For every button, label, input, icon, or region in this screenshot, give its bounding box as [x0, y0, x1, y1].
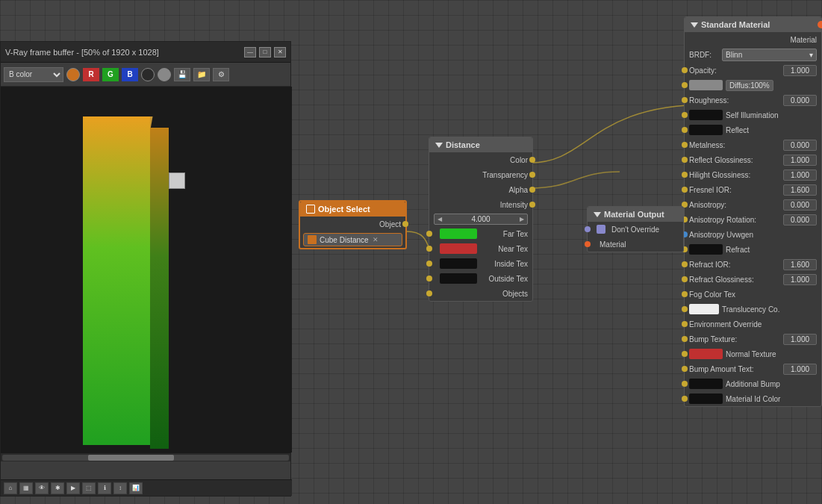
reflect-swatch[interactable] [689, 125, 723, 135]
frame-icon[interactable]: ⬚ [82, 482, 96, 494]
metalness-socket[interactable] [682, 142, 688, 148]
outside-tex-socket[interactable] [426, 276, 432, 281]
eye-icon[interactable]: 👁 [35, 482, 49, 494]
anisotropy-value[interactable]: 0.000 [783, 199, 817, 211]
info-icon[interactable]: ℹ [98, 482, 111, 494]
metalness-value[interactable]: 0.000 [783, 140, 817, 151]
anisotropy-rot-value[interactable]: 0.000 [783, 214, 817, 225]
translucency-swatch[interactable] [689, 304, 719, 314]
objects-socket[interactable] [426, 290, 432, 296]
b-button[interactable]: B [122, 68, 138, 81]
g-button[interactable]: G [102, 68, 119, 81]
cube-distance-label: Cube Distance [320, 236, 369, 244]
bump-texture-socket[interactable] [682, 336, 688, 342]
additional-bump-socket[interactable] [682, 381, 688, 387]
material-output-material-socket[interactable] [585, 241, 591, 247]
fog-color-socket[interactable] [682, 291, 688, 297]
settings-icon[interactable]: ⚙ [213, 68, 229, 81]
bump-amount-value[interactable]: 1.000 [783, 364, 817, 375]
home-icon[interactable]: ⌂ [4, 482, 17, 494]
refract-ior-socket[interactable] [682, 261, 688, 267]
reflect-socket[interactable] [682, 127, 688, 133]
object-socket-right[interactable] [402, 221, 408, 227]
near-tex-socket[interactable] [426, 246, 432, 252]
object-select-object-row: Object [300, 217, 405, 231]
anisotropy-uvwgen-label: Anisotropy Uvwgen [689, 231, 817, 239]
outside-tex-color[interactable] [440, 273, 477, 284]
minimize-button[interactable]: — [244, 47, 256, 57]
standard-material-panel: Standard Material Material BRDF: Blinn ▾… [684, 16, 822, 407]
material-output-header: Material Output [588, 207, 683, 222]
refract-swatch[interactable] [689, 244, 723, 255]
folder-icon[interactable]: 📁 [193, 68, 210, 81]
normal-texture-socket[interactable] [682, 351, 688, 357]
hilight-gloss-socket[interactable] [682, 172, 688, 178]
scroll-thumb[interactable] [88, 455, 174, 461]
inside-tex-color[interactable] [440, 258, 477, 269]
cube-distance-icon [308, 235, 317, 244]
dont-override-socket[interactable] [585, 226, 591, 232]
translucency-socket[interactable] [682, 306, 688, 312]
diffus-label[interactable]: Diffus:100% [726, 80, 773, 91]
channel-select[interactable]: B color [4, 67, 63, 82]
far-tex-color[interactable] [440, 228, 477, 239]
tool-icon[interactable]: ✱ [51, 482, 64, 494]
orange-circle-icon[interactable] [66, 68, 80, 81]
distance-color-socket[interactable] [529, 157, 535, 163]
chip-close-button[interactable]: ✕ [372, 236, 379, 243]
normal-texture-swatch[interactable] [689, 349, 723, 359]
grid-icon[interactable]: ▦ [19, 482, 33, 494]
bump-amount-socket[interactable] [682, 366, 688, 372]
close-button[interactable]: ✕ [274, 47, 286, 57]
inside-tex-socket[interactable] [426, 261, 432, 267]
material-panel-title: Standard Material [701, 20, 770, 29]
opacity-socket[interactable] [682, 67, 688, 73]
scroll-track[interactable] [2, 455, 289, 461]
distance-intensity-socket[interactable] [529, 202, 535, 208]
refract-gloss-value[interactable]: 1.000 [783, 274, 817, 285]
graph-icon[interactable]: 📊 [129, 482, 143, 494]
gray-circle-icon[interactable] [158, 68, 171, 81]
render-icon[interactable]: ▶ [66, 482, 80, 494]
vray-scrollbar[interactable] [1, 452, 290, 461]
save-icon[interactable]: 💾 [174, 68, 190, 81]
distance-transparency-socket[interactable] [529, 172, 535, 178]
material-id-socket[interactable] [682, 396, 688, 402]
diffus-socket[interactable] [682, 82, 688, 88]
r-button[interactable]: R [83, 68, 99, 81]
cube-distance-chip[interactable]: Cube Distance ✕ [303, 233, 402, 246]
fresnel-ior-socket[interactable] [682, 187, 688, 193]
distance-transparency-label: Transparency [434, 171, 528, 179]
distance-alpha-socket[interactable] [529, 187, 535, 193]
opacity-value[interactable]: 1.000 [783, 65, 817, 76]
refract-ior-value[interactable]: 1.600 [783, 259, 817, 270]
env-override-socket[interactable] [682, 321, 688, 327]
far-tex-socket[interactable] [426, 231, 432, 237]
arrow-icon[interactable]: ↕ [113, 482, 127, 494]
material-id-swatch[interactable] [689, 393, 723, 404]
near-tex-color[interactable] [440, 243, 477, 254]
brdf-dropdown[interactable]: Blinn ▾ [722, 49, 817, 61]
restore-button[interactable]: □ [259, 47, 271, 57]
bump-texture-value[interactable]: 1.000 [783, 334, 817, 345]
additional-bump-swatch[interactable] [689, 379, 723, 389]
additional-bump-label: Additional Bump [726, 380, 817, 388]
hilight-gloss-row: Hilight Glossiness: 1.000 [685, 167, 821, 182]
material-output-socket[interactable] [818, 21, 822, 28]
fresnel-ior-value[interactable]: 1.600 [783, 184, 817, 196]
anisotropy-row: Anisotropy: 0.000 [685, 197, 821, 212]
self-illum-swatch[interactable] [689, 110, 723, 120]
vray-titlebar: V-Ray frame buffer - [50% of 1920 x 1028… [1, 42, 290, 63]
diffus-color-swatch[interactable] [689, 80, 723, 90]
refract-gloss-socket[interactable] [682, 276, 688, 282]
reflect-gloss-socket[interactable] [682, 157, 688, 163]
distance-value-input[interactable]: ◀ 4.000 ▶ [434, 214, 528, 225]
roughness-socket[interactable] [682, 97, 688, 103]
anisotropy-rot-label: Anisotropy Rotation: [689, 216, 780, 224]
self-illum-socket[interactable] [682, 112, 688, 118]
reflect-gloss-value[interactable]: 1.000 [783, 155, 817, 166]
hilight-gloss-value[interactable]: 1.000 [783, 169, 817, 181]
dark-circle-icon[interactable] [141, 68, 155, 81]
inside-tex-row: Inside Tex [429, 256, 532, 271]
roughness-value[interactable]: 0.000 [783, 95, 817, 106]
